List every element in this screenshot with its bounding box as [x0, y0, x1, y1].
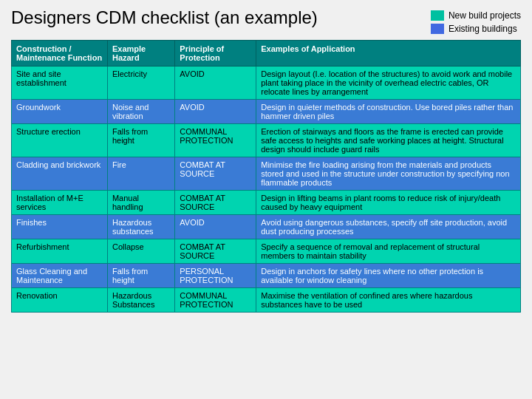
- cell-hazard: Manual handling: [107, 191, 174, 215]
- cell-example: Specify a sequence of removal and replac…: [256, 239, 521, 264]
- col-header-hazard: Example Hazard: [107, 41, 174, 66]
- cell-principle: COMBAT AT SOURCE: [175, 239, 256, 264]
- cell-hazard: Electricity: [107, 66, 174, 100]
- cell-hazard: Hazardous substances: [107, 215, 174, 239]
- cell-function: Finishes: [12, 215, 108, 239]
- cell-hazard: Noise and vibration: [107, 100, 174, 124]
- cell-principle: COMMUNAL PROTECTION: [175, 288, 256, 313]
- legend-item-new: New build projects: [431, 10, 521, 21]
- col-header-examples: Examples of Application: [256, 41, 521, 66]
- cell-hazard: Hazardous Substances: [107, 288, 174, 313]
- cell-example: Design in anchors for safety lines where…: [256, 264, 521, 288]
- table-row: RefurbishmentCollapseCOMBAT AT SOURCESpe…: [12, 239, 521, 264]
- col-header-principle: Principle of Protection: [175, 41, 256, 66]
- table-row: RenovationHazardous SubstancesCOMMUNAL P…: [12, 288, 521, 313]
- table-row: Site and site establishmentElectricityAV…: [12, 66, 521, 100]
- cdm-table: Construction / Maintenance Function Exam…: [11, 40, 521, 313]
- cell-example: Maximise the ventilation of confined are…: [256, 288, 521, 313]
- table-row: Glass Cleaning and MaintenanceFalls from…: [12, 264, 521, 288]
- legend-item-existing: Existing buildings: [431, 24, 521, 34]
- page-title: Designers CDM checklist (an example): [11, 7, 318, 28]
- table-row: Cladding and brickworkFireCOMBAT AT SOUR…: [12, 157, 521, 191]
- cell-principle: COMBAT AT SOURCE: [175, 191, 256, 215]
- col-header-function: Construction / Maintenance Function: [12, 41, 108, 66]
- table-row: Installation of M+E servicesManual handl…: [12, 191, 521, 215]
- cell-hazard: Falls from height: [107, 124, 174, 157]
- legend-label-new: New build projects: [449, 10, 521, 21]
- cell-principle: AVOID: [175, 100, 256, 124]
- cell-principle: PERSONAL PROTECTION: [175, 264, 256, 288]
- header: Designers CDM checklist (an example) New…: [11, 7, 521, 34]
- cell-principle: COMBAT AT SOURCE: [175, 157, 256, 191]
- cell-hazard: Collapse: [107, 239, 174, 264]
- cell-hazard: Fire: [107, 157, 174, 191]
- cell-example: Erection of stairways and floors as the …: [256, 124, 521, 157]
- cell-example: Design in lifting beams in plant rooms t…: [256, 191, 521, 215]
- cell-function: Renovation: [12, 288, 108, 313]
- cell-principle: AVOID: [175, 66, 256, 100]
- legend-color-existing: [431, 24, 444, 34]
- cell-function: Refurbishment: [12, 239, 108, 264]
- cell-function: Structure erection: [12, 124, 108, 157]
- table-row: Structure erectionFalls from heightCOMMU…: [12, 124, 521, 157]
- legend: New build projects Existing buildings: [431, 10, 521, 34]
- cell-example: Minimise the fire loading arising from t…: [256, 157, 521, 191]
- cell-function: Installation of M+E services: [12, 191, 108, 215]
- legend-label-existing: Existing buildings: [449, 24, 517, 34]
- cell-hazard: Falls from height: [107, 264, 174, 288]
- cell-principle: AVOID: [175, 215, 256, 239]
- cell-function: Groundwork: [12, 100, 108, 124]
- cell-example: Avoid using dangerous substances, specif…: [256, 215, 521, 239]
- cell-principle: COMMUNAL PROTECTION: [175, 124, 256, 157]
- legend-color-new: [431, 10, 444, 21]
- cell-example: Design layout (I.e. location of the stru…: [256, 66, 521, 100]
- cell-function: Glass Cleaning and Maintenance: [12, 264, 108, 288]
- table-row: FinishesHazardous substancesAVOIDAvoid u…: [12, 215, 521, 239]
- cell-function: Cladding and brickwork: [12, 157, 108, 191]
- table-row: GroundworkNoise and vibrationAVOIDDesign…: [12, 100, 521, 124]
- cell-example: Design in quieter methods of constructio…: [256, 100, 521, 124]
- table-header-row: Construction / Maintenance Function Exam…: [12, 41, 521, 66]
- cell-function: Site and site establishment: [12, 66, 108, 100]
